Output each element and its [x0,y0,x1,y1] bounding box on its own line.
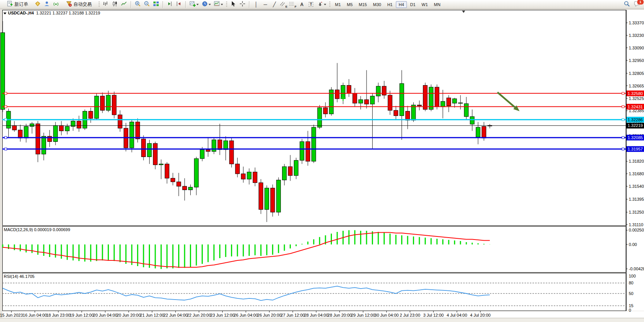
templates-button[interactable] [213,1,224,8]
price-tick-label: 1.33230 [629,33,644,38]
cursor-button[interactable] [229,1,238,8]
candle [435,87,439,107]
candle [230,141,234,164]
timeframe-h1-button[interactable]: H1 [384,1,395,8]
trendline-tool-button[interactable]: ╱ [270,1,279,8]
price-tick-label: 1.31110 [629,222,643,227]
vertical-line-tool-button[interactable]: │ [252,1,260,8]
candle [405,111,410,120]
candle [300,141,304,160]
level-anchor[interactable] [622,106,624,108]
candle [65,127,69,131]
date-label: 21 Jun 12:00 [140,313,164,317]
crosshair-button[interactable] [238,1,247,8]
candle [353,94,357,103]
level-anchor[interactable] [5,136,7,139]
search-button[interactable] [623,1,631,8]
bar-chart-button[interactable] [102,1,110,8]
collapse-triangle-icon[interactable] [3,13,6,14]
auto-scroll-button[interactable] [175,1,183,8]
candle [18,130,22,138]
text-tool-button[interactable]: A [298,1,306,8]
zoom-in-icon [135,1,141,8]
candle [446,98,451,106]
level-anchor[interactable] [5,119,7,121]
timeframe-d1-button[interactable]: D1 [408,1,418,8]
notifications-button[interactable]: 1 [633,1,642,8]
level-anchor[interactable] [5,148,7,150]
candle [294,160,298,176]
template-icon [214,1,220,8]
timeframe-m15-button[interactable]: M15 [356,1,370,8]
timeframe-h4-button[interactable]: H4 [396,1,406,8]
horizontal-line-tool-button[interactable]: ─ [261,1,269,8]
date-label: 22 Jun 20:00 [187,313,211,317]
rsi-panel[interactable] [3,273,626,311]
fibonacci-icon [289,1,294,8]
macd-panel[interactable] [3,227,626,273]
timeframe-m30-button[interactable]: M30 [370,1,384,8]
candle [94,96,99,119]
chevron-down-icon [209,4,211,5]
chevron-down-icon [221,4,223,5]
equidistant-channel-button[interactable]: E [279,1,288,8]
candle [464,104,469,117]
autotrading-button[interactable]: 自动交易 [61,1,97,8]
community-button[interactable] [43,1,51,8]
level-anchor[interactable] [5,106,7,108]
tile-windows-button[interactable] [152,1,160,8]
level-price-label: 1.32085 [628,135,643,140]
level-anchor[interactable] [622,92,624,95]
candle [206,150,210,152]
signals-button[interactable] [52,1,60,8]
candlestick-chart-button[interactable] [111,1,119,8]
date-label: 19 Jun 12:00 [70,313,94,317]
toolbar-grip[interactable] [226,2,227,8]
candle [89,111,93,119]
candle [411,105,416,120]
fibonacci-letter: F [295,5,296,8]
autotrading-label: 自动交易 [73,1,92,8]
line-chart-button[interactable] [120,1,128,8]
level-anchor[interactable] [622,148,624,150]
price-tick-label: 1.31250 [629,210,644,214]
candle [147,143,151,157]
level-anchor[interactable] [622,136,624,139]
text-label-tool-button[interactable]: T [307,1,315,8]
zoom-in-button[interactable] [134,1,142,8]
date-label: 18 Jun 23:00 [46,313,70,317]
indicators-button[interactable] [188,1,200,8]
candle [400,84,404,116]
timeframe-w1-button[interactable]: W1 [419,1,431,8]
arrows-tool-button[interactable] [316,1,327,8]
date-label: 27 Jun 12:00 [281,313,305,317]
new-order-button[interactable]: 新订单 [2,1,33,8]
fibonacci-tool-button[interactable]: F [289,1,297,8]
toolbar-grip[interactable] [99,2,100,8]
candle [177,182,181,186]
timeframe-m5-button[interactable]: M5 [344,1,355,8]
date-label: 26 Jun 20:00 [257,313,282,317]
periods-button[interactable] [201,1,212,8]
level-price-label: 1.31957 [628,147,643,151]
candle [77,121,81,128]
chart-canvas[interactable]: 1.333701.332301.330901.329501.328051.326… [0,0,644,322]
timeframe-mn-button[interactable]: MN [431,1,443,8]
candle [388,95,392,110]
timeframe-m1-button[interactable]: M1 [332,1,343,8]
publisher-button[interactable] [33,1,42,8]
zoom-out-button[interactable] [143,1,151,8]
level-anchor[interactable] [622,119,624,121]
candle [118,115,122,128]
level-price-label: 1.32431 [628,105,643,109]
level-anchor[interactable] [5,92,7,95]
candle [24,127,28,138]
candle [259,183,263,209]
candlestick-icon [112,1,118,8]
date-label: 20 Jun 20:00 [116,313,141,317]
toolbar-grip[interactable] [329,2,330,8]
chart-shift-button[interactable] [166,1,174,8]
chart-header: USDCAD-,H4 1.32221 1.32237 1.32188 1.322… [3,11,100,15]
date-label: 20 Jun 04:00 [93,313,118,317]
autotrading-icon [66,1,72,8]
